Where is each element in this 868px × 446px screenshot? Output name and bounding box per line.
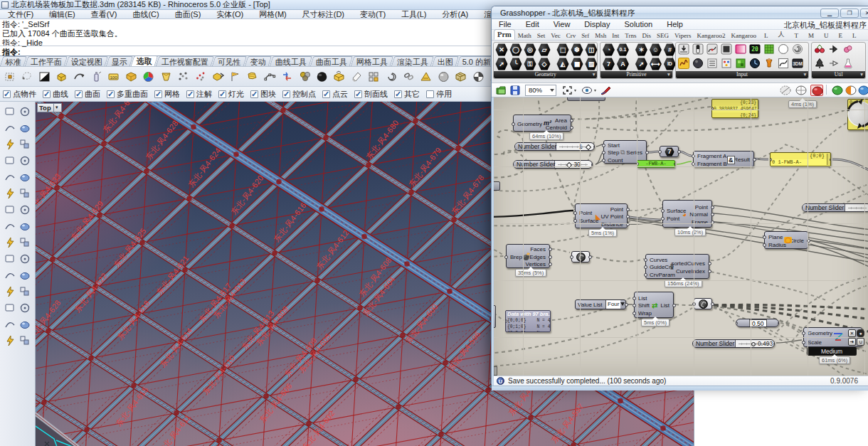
sphere-tool-icon[interactable] <box>4 203 16 216</box>
rhino-menu-文件F[interactable]: 文件(F) <box>0 10 41 19</box>
rhino-tab-变动[interactable]: 变动 <box>245 56 272 66</box>
output-port[interactable] <box>549 255 552 259</box>
tag-arrow-button[interactable]: ➜ <box>848 338 856 346</box>
plane-hex-icon[interactable]: ▱ <box>538 43 551 56</box>
lock-tool-icon[interactable] <box>4 318 16 331</box>
rhino-tab-曲面工具[interactable]: 曲面工具 <box>310 56 354 66</box>
zoom-extents-icon[interactable] <box>561 85 577 96</box>
output-port[interactable] <box>549 248 552 251</box>
output-port[interactable] <box>677 150 681 154</box>
filter-停用[interactable]: 停用 <box>426 89 452 100</box>
gh-tab-SEG[interactable]: SEG <box>654 31 672 40</box>
zoom-dropdown-icon[interactable] <box>550 89 554 92</box>
save-file-icon[interactable] <box>509 85 521 96</box>
fillet-tool-icon[interactable] <box>18 220 31 233</box>
checkbox-停用[interactable] <box>426 90 434 98</box>
select-dots-icon[interactable] <box>193 69 208 85</box>
select-cube-icon[interactable] <box>453 69 469 85</box>
curve-graph-icon[interactable] <box>777 58 790 70</box>
output-port[interactable] <box>626 208 630 211</box>
rhino-tab-工作视窗配置[interactable]: 工作视窗配置 <box>156 56 215 66</box>
checkbox-注解[interactable] <box>186 90 194 98</box>
curve-hex-icon[interactable]: ╰ <box>509 58 522 70</box>
panel-data[interactable]: Data with 97 bra...{0;0;0} N = 4{0;1;0} … <box>505 310 551 332</box>
gh-tab-Set[interactable]: Set <box>534 31 549 40</box>
filter-剖面线[interactable]: 剖面线 <box>354 89 388 100</box>
ball-white-icon[interactable] <box>777 43 790 56</box>
ellipse-hex-icon[interactable]: ◯ <box>509 43 522 56</box>
circle-hex-icon[interactable]: ◔ <box>602 43 615 56</box>
rhino-tab-显示[interactable]: 显示 <box>106 56 134 66</box>
number-hex-icon[interactable]: 0.1 <box>616 43 629 56</box>
input-port[interactable] <box>644 273 647 277</box>
minimize-button[interactable]: ▁ <box>820 9 839 18</box>
output-port[interactable] <box>570 126 573 129</box>
output-port[interactable] <box>588 255 592 259</box>
input-port[interactable] <box>770 158 772 161</box>
button-input-icon[interactable] <box>677 43 690 56</box>
doc-preview-half-icon[interactable] <box>845 85 857 96</box>
output-port[interactable] <box>830 158 832 161</box>
param-geometry-relay-2[interactable] <box>694 298 712 309</box>
input-port[interactable] <box>802 341 805 344</box>
param-geometry-relay-1[interactable] <box>571 251 590 262</box>
checkbox-曲面[interactable] <box>75 90 83 98</box>
flask-pink-icon[interactable] <box>842 58 854 70</box>
block-tool-icon[interactable] <box>4 253 16 265</box>
select-move-icon[interactable] <box>211 69 226 85</box>
clock-icon[interactable] <box>748 58 761 70</box>
close-button[interactable]: ✕ <box>860 9 868 18</box>
bake-tool-icon[interactable] <box>18 285 31 298</box>
gh-group-expand-icon[interactable]: ▾ <box>667 71 670 78</box>
checkbox-控制点[interactable] <box>282 90 290 98</box>
arrow-outline-icon[interactable] <box>827 58 840 70</box>
lightning-split-icon[interactable] <box>18 171 31 184</box>
input-port[interactable] <box>512 122 515 126</box>
gh-tab-M[interactable]: M <box>803 31 819 40</box>
output-port[interactable] <box>593 145 596 149</box>
select-duplicate-icon[interactable] <box>280 69 295 85</box>
number-slider-1[interactable]: Number Slider1 <box>514 142 595 151</box>
rhino-tab-渲染工具[interactable]: 渲染工具 <box>391 56 435 66</box>
pixel-green-icon[interactable] <box>734 58 747 70</box>
rhino-menu-变动T[interactable]: 变动(T) <box>352 10 393 19</box>
dots-color-icon[interactable] <box>720 58 733 70</box>
value-list-value[interactable]: Four <box>605 300 620 309</box>
select-scatter-icon[interactable] <box>176 69 191 85</box>
preview-off-icon[interactable] <box>779 85 792 96</box>
vector-hex-icon[interactable]: ➚ <box>495 58 508 70</box>
number-slider-right-edge[interactable]: Number Slider <box>802 203 868 212</box>
component-shift-list[interactable]: ListShiftWrapList⇄ <box>634 292 674 318</box>
preview-shaded-icon[interactable] <box>810 85 823 96</box>
panel-result[interactable]: {0;0}0 1-FWB-A- <box>770 152 831 166</box>
checkbox-剖面线[interactable] <box>354 90 362 98</box>
rhino-tab-出图[interactable]: 出图 <box>432 56 460 66</box>
output-port[interactable] <box>645 151 649 154</box>
checkbox-网格[interactable] <box>154 90 162 98</box>
rhino-menu-网格M[interactable]: 网格(M) <box>251 10 295 19</box>
select-invert-icon[interactable] <box>37 69 53 85</box>
select-color-icon[interactable] <box>141 69 157 85</box>
select-curve-points-icon[interactable] <box>263 69 278 85</box>
doc-preview-green-icon[interactable] <box>831 85 844 96</box>
output-port[interactable] <box>711 213 714 216</box>
paint-tool-icon[interactable] <box>4 302 16 314</box>
component-sort-along-curve[interactable]: CurvesGuideCrvCrvParamsortedCurvesCurveI… <box>645 254 709 279</box>
preview-wire-icon[interactable] <box>795 85 808 96</box>
input-port[interactable] <box>658 150 662 154</box>
component-area[interactable]: GeometryAreaCentroidm² <box>513 115 571 132</box>
select-id-icon[interactable]: 100 <box>106 69 122 85</box>
gh-tab-Vipers[interactable]: Vipers <box>672 31 694 40</box>
select-yellow-box-icon[interactable] <box>332 69 347 85</box>
gh-tab-Prm[interactable]: Prm <box>494 29 515 40</box>
gh-tab-U[interactable]: U <box>819 31 834 40</box>
output-port[interactable] <box>708 262 711 265</box>
open-file-icon[interactable] <box>495 85 507 96</box>
select-chain-icon[interactable] <box>401 69 417 85</box>
mirror-tool-icon[interactable] <box>4 334 16 347</box>
rhino-menu-尺寸标注D[interactable]: 尺寸标注(D) <box>295 10 352 19</box>
component-surface-cp[interactable]: PointSurfacePointUV PointDistance◣ <box>575 203 628 228</box>
checkbox-图块[interactable] <box>250 90 258 98</box>
checkbox-点物件[interactable] <box>3 90 11 98</box>
counter-20-icon[interactable]: 20 <box>748 43 761 56</box>
